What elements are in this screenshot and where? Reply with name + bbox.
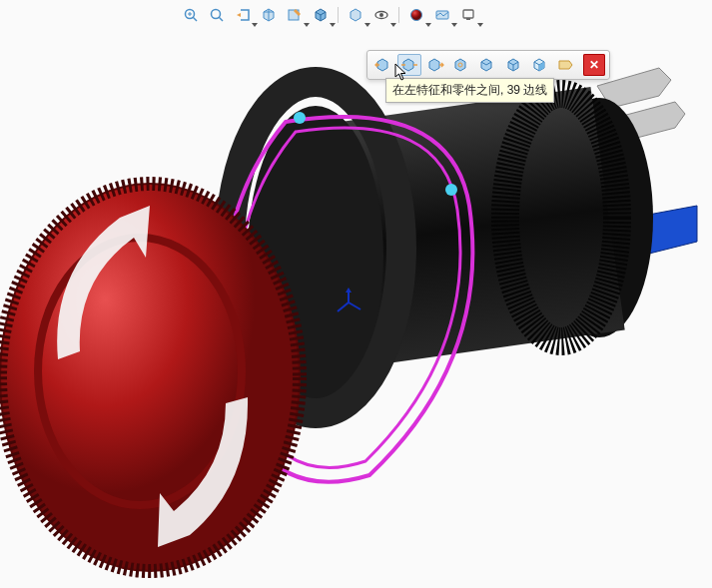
select-left-icon[interactable] — [371, 54, 395, 76]
svg-point-3 — [545, 98, 653, 337]
view-settings-icon[interactable] — [457, 4, 479, 26]
select-inner-icon[interactable] — [449, 54, 473, 76]
svg-line-15 — [349, 302, 360, 309]
svg-point-5 — [248, 106, 383, 405]
svg-marker-17 — [346, 288, 352, 293]
tooltip-text: 在左特征和零件之间, 39 边线 — [392, 83, 547, 97]
svg-point-26 — [379, 13, 383, 17]
svg-rect-29 — [463, 10, 473, 18]
svg-point-12 — [38, 238, 242, 505]
select-face-icon[interactable] — [527, 54, 551, 76]
dynamic-annotation-icon[interactable] — [284, 4, 306, 26]
svg-line-19 — [193, 17, 197, 21]
model-body — [248, 87, 653, 405]
model-terminals — [597, 68, 697, 254]
model-bezel — [230, 82, 401, 413]
svg-line-16 — [338, 302, 349, 311]
view-orient-icon[interactable] — [370, 4, 392, 26]
svg-point-27 — [411, 10, 422, 21]
close-label: ✕ — [589, 58, 599, 72]
svg-point-7 — [294, 112, 306, 124]
hide-show-icon[interactable] — [345, 4, 366, 26]
edit-appearance-icon[interactable] — [405, 4, 427, 26]
svg-marker-2 — [643, 206, 697, 254]
zoom-to-fit-icon[interactable] — [180, 4, 202, 26]
svg-point-11 — [0, 184, 300, 571]
close-toolbar-button[interactable]: ✕ — [583, 54, 605, 76]
apply-scene-icon[interactable] — [431, 4, 453, 26]
svg-point-8 — [445, 184, 457, 196]
heads-up-toolbar — [180, 4, 479, 26]
zoom-area-icon[interactable] — [206, 4, 228, 26]
select-right-icon[interactable] — [423, 54, 447, 76]
svg-line-23 — [219, 17, 223, 21]
svg-rect-4 — [284, 87, 624, 373]
cursor-icon — [394, 63, 408, 81]
svg-point-6 — [505, 94, 617, 341]
section-view-icon[interactable] — [258, 4, 280, 26]
origin-triad-icon — [334, 288, 363, 317]
svg-point-9 — [227, 352, 237, 362]
display-style-icon[interactable] — [310, 4, 332, 26]
model-cap — [0, 184, 300, 571]
select-other-icon[interactable] — [553, 54, 577, 76]
svg-point-10 — [0, 184, 300, 571]
previous-view-icon[interactable] — [232, 4, 254, 26]
svg-rect-30 — [466, 18, 470, 20]
svg-point-13 — [0, 184, 300, 571]
select-tangent-icon[interactable] — [475, 54, 499, 76]
svg-marker-1 — [615, 102, 685, 140]
selection-tooltip: 在左特征和零件之间, 39 边线 — [385, 78, 554, 103]
select-loop-icon[interactable] — [501, 54, 525, 76]
